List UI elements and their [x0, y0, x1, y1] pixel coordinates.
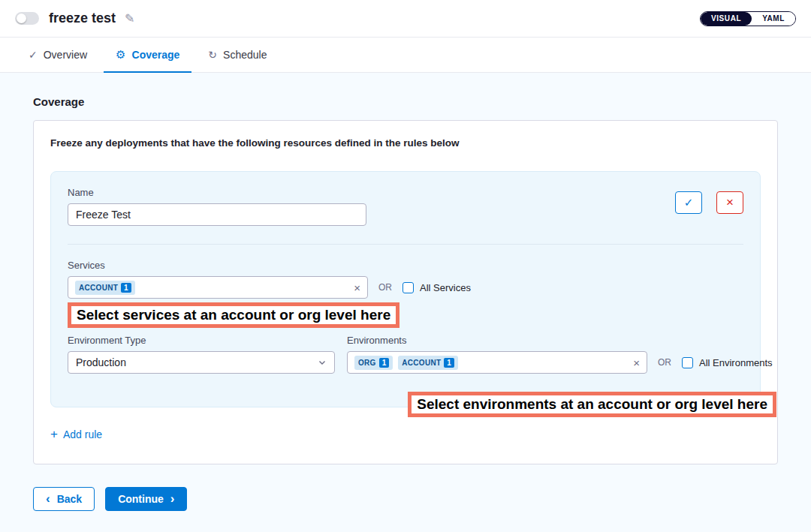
environment-tag-org[interactable]: ORG 1 — [354, 356, 393, 370]
tab-overview[interactable]: ✓ Overview — [17, 38, 99, 72]
visual-toggle-option[interactable]: VISUAL — [701, 12, 752, 26]
all-services-checkbox[interactable] — [402, 282, 414, 293]
yaml-toggle-option[interactable]: YAML — [752, 12, 795, 26]
add-rule-button[interactable]: + Add rule — [50, 428, 102, 440]
cancel-rule-button[interactable]: × — [716, 191, 743, 214]
tag-label: ACCOUNT — [402, 359, 441, 367]
tab-schedule[interactable]: ↻ Schedule — [196, 38, 279, 72]
check-icon: ✓ — [29, 49, 38, 61]
chevron-right-icon: › — [170, 494, 175, 504]
services-row: ACCOUNT 1 × OR All Services — [68, 276, 743, 299]
main-content: Coverage Freeze any deployments that hav… — [0, 73, 811, 532]
plus-icon: + — [50, 429, 58, 440]
environment-type-select[interactable]: Production — [68, 351, 335, 374]
rule-name-row: Name ✓ × — [68, 187, 743, 226]
all-environments-checkbox[interactable] — [682, 357, 693, 368]
tag-count-badge: 1 — [379, 358, 390, 368]
rule-name-input[interactable] — [68, 203, 366, 226]
rule-actions: ✓ × — [675, 191, 743, 214]
continue-button-label: Continue — [118, 493, 164, 505]
page-title: freeze test — [49, 11, 116, 26]
toggle-knob — [17, 14, 26, 23]
back-button[interactable]: ‹ Back — [33, 487, 95, 511]
environments-or-label: OR — [658, 357, 671, 368]
services-label: Services — [68, 260, 743, 271]
continue-button[interactable]: Continue › — [105, 487, 187, 511]
confirm-check-icon: ✓ — [684, 196, 694, 209]
gear-icon: ⚙ — [116, 48, 125, 62]
environments-label: Environments — [347, 335, 773, 346]
services-annotation-callout: Select services at an account or org lev… — [68, 302, 399, 328]
services-field: Services ACCOUNT 1 × OR All Services — [68, 260, 743, 299]
name-label: Name — [68, 187, 366, 198]
environment-row: Environment Type Production Environments — [68, 335, 743, 374]
freeze-enable-toggle[interactable] — [15, 12, 39, 25]
services-clear-icon[interactable]: × — [354, 281, 360, 294]
environments-field: Environments ORG 1 ACCOUNT 1 × — [347, 335, 773, 374]
services-multiselect-input[interactable]: ACCOUNT 1 × — [68, 276, 368, 299]
environments-row: ORG 1 ACCOUNT 1 × OR All Environments — [347, 351, 773, 374]
confirm-rule-button[interactable]: ✓ — [675, 191, 702, 214]
environments-clear-icon[interactable]: × — [633, 356, 640, 369]
edit-pencil-icon[interactable]: ✎ — [125, 11, 134, 26]
visual-yaml-toggle: VISUAL YAML — [700, 11, 796, 26]
tab-schedule-label: Schedule — [223, 49, 267, 61]
tag-label: ACCOUNT — [79, 284, 118, 292]
top-bar: freeze test ✎ VISUAL YAML — [0, 0, 811, 38]
chevron-left-icon: ‹ — [46, 494, 50, 504]
environments-annotation-callout: Select environments at an account or org… — [408, 392, 776, 417]
tag-count-badge: 1 — [444, 358, 454, 368]
tab-bar: ✓ Overview ⚙ Coverage ↻ Schedule — [0, 38, 811, 73]
footer-buttons: ‹ Back Continue › — [33, 487, 778, 511]
schedule-clock-icon: ↻ — [208, 49, 217, 61]
coverage-description: Freeze any deployments that have the fol… — [50, 137, 761, 149]
environment-type-value: Production — [76, 356, 126, 368]
all-environments-label: All Environments — [699, 357, 773, 368]
services-or-label: OR — [378, 282, 392, 293]
tag-count-badge: 1 — [121, 283, 131, 293]
tag-label: ORG — [358, 359, 376, 367]
environments-multiselect-input[interactable]: ORG 1 ACCOUNT 1 × — [347, 351, 647, 374]
environment-type-label: Environment Type — [68, 335, 335, 346]
add-rule-label: Add rule — [63, 428, 102, 440]
section-title: Coverage — [33, 95, 778, 108]
service-tag-account[interactable]: ACCOUNT 1 — [75, 281, 135, 295]
rule-divider — [68, 244, 743, 245]
coverage-card: Freeze any deployments that have the fol… — [33, 120, 778, 464]
name-field: Name — [68, 187, 366, 226]
chevron-down-icon — [318, 358, 327, 367]
tab-coverage[interactable]: ⚙ Coverage — [104, 38, 191, 72]
tab-overview-label: Overview — [44, 49, 87, 61]
cancel-x-icon: × — [726, 195, 734, 210]
environment-tag-account[interactable]: ACCOUNT 1 — [398, 356, 458, 370]
freeze-rule-card: Name ✓ × Services — [50, 171, 761, 407]
back-button-label: Back — [57, 493, 82, 505]
tab-coverage-label: Coverage — [132, 49, 180, 61]
environment-type-field: Environment Type Production — [68, 335, 335, 374]
all-services-label: All Services — [420, 282, 471, 293]
